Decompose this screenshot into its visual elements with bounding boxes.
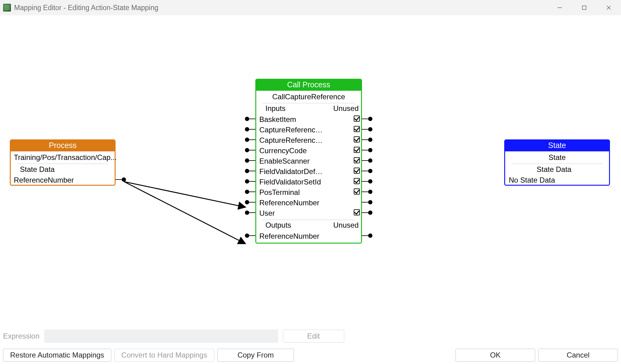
input-right-port-9[interactable] — [368, 210, 372, 215]
input-unused-checkbox-5[interactable] — [354, 168, 360, 174]
minimize-icon — [557, 5, 563, 11]
input-label-6: FieldValidatorSetId — [259, 177, 321, 187]
process-state-data-label: State Data — [11, 164, 115, 174]
inputs-header: Inputs — [265, 104, 285, 112]
input-left-port-8[interactable] — [245, 200, 249, 204]
call-process-subtitle: CallCaptureReference — [256, 91, 361, 103]
input-left-port-5[interactable] — [245, 169, 249, 173]
inputs-unused-header: Unused — [333, 103, 359, 114]
input-left-port-9[interactable] — [245, 210, 249, 215]
footer: Expression Edit Restore Automatic Mappin… — [0, 326, 621, 364]
svg-line-4 — [124, 182, 245, 207]
input-right-port-7[interactable] — [368, 190, 372, 194]
input-row-6[interactable]: FieldValidatorSetId — [256, 176, 361, 187]
outputs-header: Outputs — [265, 221, 291, 229]
state-node[interactable]: State State State Data No State Data — [504, 139, 610, 186]
titlebar: Mapping Editor - Editing Action-State Ma… — [0, 0, 621, 16]
input-row-9[interactable]: User — [256, 207, 361, 218]
input-label-0: BasketItem — [259, 114, 296, 125]
input-left-port-2[interactable] — [245, 138, 249, 142]
output-right-port-0[interactable] — [368, 233, 372, 238]
convert-to-hard-mappings-button[interactable]: Convert to Hard Mappings — [114, 349, 214, 362]
close-button[interactable] — [596, 0, 621, 15]
input-left-port-1[interactable] — [245, 127, 249, 131]
input-unused-checkbox-3[interactable] — [354, 147, 360, 153]
input-right-port-1[interactable] — [368, 127, 372, 131]
svg-line-5 — [124, 182, 245, 244]
input-left-port-6[interactable] — [245, 179, 249, 184]
cancel-button[interactable]: Cancel — [538, 349, 618, 362]
svg-rect-1 — [582, 6, 586, 9]
copy-from-button[interactable]: Copy From — [217, 349, 294, 362]
maximize-button[interactable] — [572, 0, 596, 15]
input-label-4: EnableScanner — [259, 156, 310, 166]
input-left-port-3[interactable] — [245, 148, 249, 152]
output-row-0[interactable]: ReferenceNumber — [256, 230, 361, 241]
process-row-referencenumber[interactable]: ReferenceNumber — [11, 174, 115, 185]
input-label-7: PosTerminal — [259, 187, 300, 198]
input-row-0[interactable]: BasketItem — [256, 114, 361, 124]
input-unused-checkbox-4[interactable] — [354, 157, 360, 163]
call-process-node-header: Call Process — [256, 80, 361, 91]
input-right-port-0[interactable] — [368, 117, 372, 121]
window-title: Mapping Editor - Editing Action-State Ma… — [14, 4, 158, 12]
input-row-4[interactable]: EnableScanner — [256, 155, 361, 166]
input-right-port-6[interactable] — [368, 179, 372, 184]
outputs-unused-header: Unused — [333, 220, 359, 230]
input-row-3[interactable]: CurrencyCode — [256, 145, 361, 155]
expression-label: Expression — [3, 332, 40, 340]
call-process-node[interactable]: Call Process CallCaptureReference Inputs… — [255, 79, 362, 244]
input-right-port-8[interactable] — [368, 200, 372, 204]
input-unused-checkbox-7[interactable] — [354, 188, 360, 195]
input-row-5[interactable]: FieldValidatorDefini... — [256, 166, 361, 176]
window-root: Mapping Editor - Editing Action-State Ma… — [0, 0, 621, 364]
input-label-1: CaptureReferenceP... — [259, 125, 324, 135]
state-node-header: State — [505, 140, 609, 151]
input-row-2[interactable]: CaptureReferenceP... — [256, 135, 361, 145]
input-label-5: FieldValidatorDefini... — [259, 166, 324, 177]
process-node[interactable]: Process Training/Pos/Transaction/Cap... … — [10, 139, 116, 186]
input-row-8[interactable]: ReferenceNumber — [256, 197, 361, 207]
input-row-7[interactable]: PosTerminal — [256, 187, 361, 197]
input-label-3: CurrencyCode — [259, 146, 307, 156]
output-label-0: ReferenceNumber — [259, 231, 319, 241]
edit-button[interactable]: Edit — [283, 330, 344, 343]
maximize-icon — [581, 5, 587, 11]
input-unused-checkbox-9[interactable] — [354, 209, 360, 215]
restore-automatic-mappings-button[interactable]: Restore Automatic Mappings — [3, 349, 111, 362]
ok-button[interactable]: OK — [455, 349, 535, 362]
input-unused-checkbox-2[interactable] — [354, 136, 360, 142]
input-right-port-4[interactable] — [368, 158, 372, 163]
input-right-port-5[interactable] — [368, 169, 372, 173]
state-no-data-label: No State Data — [509, 175, 555, 185]
close-icon — [606, 5, 612, 11]
input-label-9: User — [259, 208, 275, 218]
state-state-data-label: State Data — [505, 164, 609, 174]
input-right-port-2[interactable] — [368, 138, 372, 142]
input-unused-checkbox-0[interactable] — [354, 116, 360, 122]
input-row-1[interactable]: CaptureReferenceP... — [256, 124, 361, 135]
process-row-label: ReferenceNumber — [14, 175, 74, 185]
process-node-header: Process — [11, 140, 115, 151]
input-unused-checkbox-6[interactable] — [354, 178, 360, 184]
input-label-8: ReferenceNumber — [259, 198, 319, 208]
input-left-port-4[interactable] — [245, 158, 249, 163]
state-node-subtitle: State — [505, 151, 609, 164]
input-label-2: CaptureReferenceP... — [259, 135, 324, 146]
mapping-canvas[interactable]: Process Training/Pos/Transaction/Cap... … — [0, 15, 621, 326]
process-referencenumber-out-port[interactable] — [122, 177, 126, 182]
input-right-port-3[interactable] — [368, 148, 372, 152]
input-left-port-0[interactable] — [245, 117, 249, 121]
input-unused-checkbox-1[interactable] — [354, 126, 360, 132]
process-node-subtitle: Training/Pos/Transaction/Cap... — [11, 151, 115, 164]
input-left-port-7[interactable] — [245, 190, 249, 194]
expression-input[interactable] — [44, 330, 278, 343]
minimize-button[interactable] — [547, 0, 572, 15]
app-icon — [3, 4, 11, 12]
output-left-port-0[interactable] — [245, 233, 249, 238]
